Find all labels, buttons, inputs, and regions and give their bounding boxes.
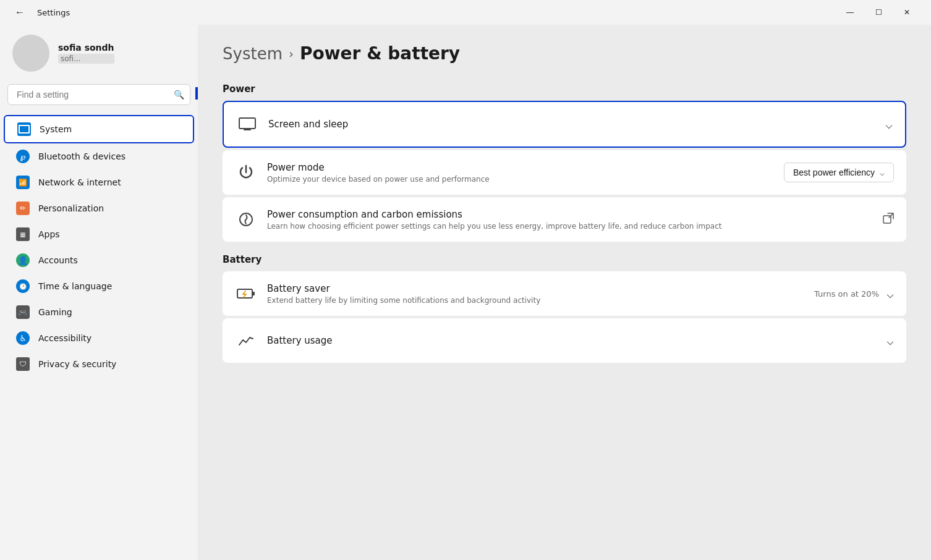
sidebar-item-label: Accessibility bbox=[38, 333, 91, 343]
sidebar-item-system[interactable]: System bbox=[4, 115, 194, 143]
maximize-button[interactable]: ☐ bbox=[864, 2, 893, 22]
breadcrumb-current: Power & battery bbox=[300, 43, 460, 64]
setting-row-battery-usage[interactable]: Battery usage⌵ bbox=[223, 318, 906, 363]
bluetooth-icon: ℘ bbox=[16, 150, 30, 163]
back-button[interactable]: ← bbox=[10, 4, 30, 20]
svg-rect-5 bbox=[252, 292, 255, 295]
setting-text-screen-sleep: Screen and sleep bbox=[268, 119, 875, 130]
setting-row-battery-saver[interactable]: Battery saverExtend battery life by limi… bbox=[223, 271, 906, 316]
section-battery: BatteryBattery saverExtend battery life … bbox=[223, 254, 906, 363]
sidebar-item-apps[interactable]: ▦ Apps bbox=[4, 221, 194, 247]
breadcrumb-separator: › bbox=[289, 46, 294, 61]
main-content: System › Power & battery PowerScreen and… bbox=[198, 25, 931, 560]
setting-icon-power-mode bbox=[235, 161, 257, 184]
setting-text-power-consumption: Power consumption and carbon emissionsLe… bbox=[267, 209, 873, 231]
titlebar: ← Settings — ☐ ✕ bbox=[0, 0, 931, 25]
setting-text-power-mode: Power modeOptimize your device based on … bbox=[267, 162, 774, 184]
sidebar-item-accounts[interactable]: 👤 Accounts bbox=[4, 247, 194, 273]
settings-card-power-consumption: Power consumption and carbon emissionsLe… bbox=[223, 197, 906, 242]
chevron-down-icon: ⌵ bbox=[886, 286, 894, 301]
nav-list: System ℘ Bluetooth & devices 📶 Network &… bbox=[0, 115, 198, 377]
section-power: PowerScreen and sleep⌵Power modeOptimize… bbox=[223, 83, 906, 242]
privacy-icon: 🛡 bbox=[16, 357, 30, 371]
setting-control-power-mode: Best power efficiency⌵ bbox=[784, 163, 894, 182]
user-section[interactable]: sofia sondh sofi... bbox=[0, 25, 198, 84]
gaming-icon: 🎮 bbox=[16, 305, 30, 319]
sidebar: sofia sondh sofi... 🔍 System ℘ Bluetooth… bbox=[0, 25, 198, 560]
svg-rect-1 bbox=[239, 118, 255, 129]
settings-card-battery-saver: Battery saverExtend battery life by limi… bbox=[223, 271, 906, 316]
setting-icon-battery-usage bbox=[235, 329, 257, 352]
settings-card-power-mode: Power modeOptimize your device based on … bbox=[223, 150, 906, 195]
user-name: sofia sondh bbox=[58, 43, 114, 53]
setting-icon-battery-saver bbox=[235, 282, 257, 305]
setting-title-screen-sleep: Screen and sleep bbox=[268, 119, 875, 130]
user-email: sofi... bbox=[58, 54, 114, 64]
sidebar-item-label: Apps bbox=[38, 229, 60, 239]
close-button[interactable]: ✕ bbox=[893, 2, 921, 22]
accessibility-icon: ♿ bbox=[16, 331, 30, 345]
chevron-text-battery-saver: Turns on at 20% bbox=[814, 289, 879, 299]
sidebar-item-gaming[interactable]: 🎮 Gaming bbox=[4, 299, 194, 325]
search-icon: 🔍 bbox=[174, 90, 184, 100]
setting-desc-battery-saver: Extend battery life by limiting some not… bbox=[267, 296, 804, 305]
section-label-power: Power bbox=[223, 83, 906, 95]
apps-icon: ▦ bbox=[16, 227, 30, 241]
sidebar-item-label: Bluetooth & devices bbox=[38, 151, 125, 161]
sidebar-item-label: Time & language bbox=[38, 281, 112, 291]
chevron-down-icon: ⌵ bbox=[880, 168, 885, 177]
search-box: 🔍 bbox=[7, 84, 190, 105]
system-icon bbox=[17, 122, 31, 136]
external-link-icon[interactable] bbox=[883, 213, 894, 226]
dropdown-power-mode[interactable]: Best power efficiency⌵ bbox=[784, 163, 894, 182]
sidebar-item-label: Personalization bbox=[38, 203, 104, 213]
sidebar-item-personalization[interactable]: ✏️ Personalization bbox=[4, 195, 194, 221]
sidebar-item-label: Accounts bbox=[38, 255, 78, 265]
setting-text-battery-saver: Battery saverExtend battery life by limi… bbox=[267, 283, 804, 305]
settings-card-battery-usage: Battery usage⌵ bbox=[223, 318, 906, 363]
search-input[interactable] bbox=[7, 84, 190, 105]
accounts-icon: 👤 bbox=[16, 253, 30, 267]
setting-title-power-mode: Power mode bbox=[267, 162, 774, 173]
setting-row-screen-sleep[interactable]: Screen and sleep⌵ bbox=[224, 102, 905, 146]
setting-desc-power-mode: Optimize your device based on power use … bbox=[267, 175, 774, 184]
breadcrumb: System › Power & battery bbox=[223, 43, 906, 64]
setting-control-battery-saver: Turns on at 20%⌵ bbox=[814, 286, 894, 301]
sidebar-item-accessibility[interactable]: ♿ Accessibility bbox=[4, 325, 194, 351]
setting-control-screen-sleep: ⌵ bbox=[885, 117, 893, 132]
setting-title-battery-usage: Battery usage bbox=[267, 335, 877, 346]
setting-icon-power-consumption bbox=[235, 208, 257, 231]
sidebar-item-label: Privacy & security bbox=[38, 359, 116, 369]
time-icon: 🕐 bbox=[16, 279, 30, 293]
settings-card-screen-sleep: Screen and sleep⌵ bbox=[223, 101, 906, 148]
sections-container: PowerScreen and sleep⌵Power modeOptimize… bbox=[223, 83, 906, 363]
section-label-battery: Battery bbox=[223, 254, 906, 265]
sidebar-item-network[interactable]: 📶 Network & internet bbox=[4, 169, 194, 195]
setting-title-battery-saver: Battery saver bbox=[267, 283, 804, 294]
user-info: sofia sondh sofi... bbox=[58, 43, 114, 64]
setting-control-power-consumption bbox=[883, 213, 894, 226]
titlebar-left: ← Settings bbox=[10, 4, 70, 20]
sidebar-item-label: System bbox=[40, 124, 72, 134]
breadcrumb-parent[interactable]: System bbox=[223, 45, 283, 63]
sidebar-item-label: Network & internet bbox=[38, 177, 121, 187]
setting-row-power-consumption[interactable]: Power consumption and carbon emissionsLe… bbox=[223, 197, 906, 242]
network-icon: 📶 bbox=[16, 176, 30, 189]
setting-desc-power-consumption: Learn how choosing efficient power setti… bbox=[267, 222, 873, 231]
avatar bbox=[12, 35, 49, 72]
app-title: Settings bbox=[37, 8, 70, 17]
setting-control-battery-usage: ⌵ bbox=[886, 333, 894, 348]
chevron-down-icon: ⌵ bbox=[885, 117, 893, 132]
app-body: sofia sondh sofi... 🔍 System ℘ Bluetooth… bbox=[0, 25, 931, 560]
sidebar-item-bluetooth[interactable]: ℘ Bluetooth & devices bbox=[4, 143, 194, 169]
setting-icon-screen-sleep bbox=[236, 113, 258, 135]
dropdown-value: Best power efficiency bbox=[793, 168, 875, 177]
setting-row-power-mode[interactable]: Power modeOptimize your device based on … bbox=[223, 150, 906, 195]
minimize-button[interactable]: — bbox=[836, 2, 864, 22]
sidebar-item-privacy[interactable]: 🛡 Privacy & security bbox=[4, 351, 194, 377]
sidebar-item-label: Gaming bbox=[38, 307, 72, 317]
chevron-down-icon: ⌵ bbox=[886, 333, 894, 348]
sidebar-item-time[interactable]: 🕐 Time & language bbox=[4, 273, 194, 299]
personalization-icon: ✏️ bbox=[16, 202, 30, 215]
setting-text-battery-usage: Battery usage bbox=[267, 335, 877, 346]
